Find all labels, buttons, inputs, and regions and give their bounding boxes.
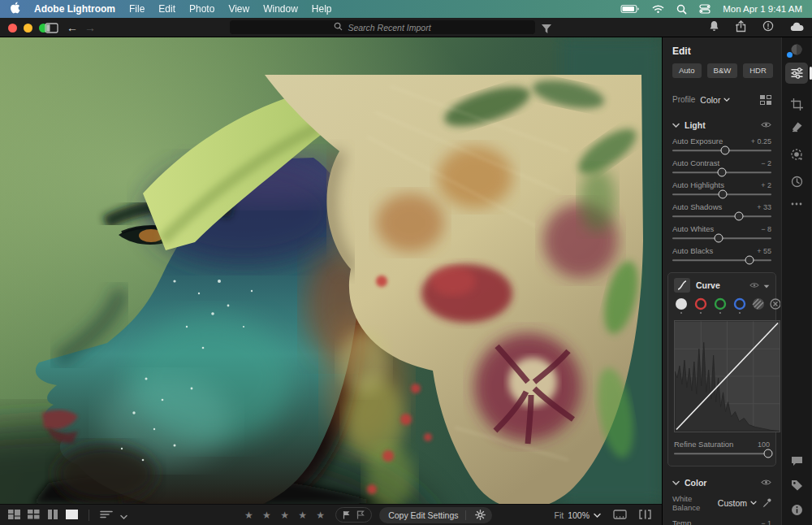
back-button[interactable]: ←	[67, 18, 78, 37]
menu-help[interactable]: Help	[312, 3, 332, 15]
eye-icon[interactable]	[761, 479, 771, 486]
share-icon[interactable]	[736, 20, 746, 36]
hdr-button[interactable]: HDR	[743, 63, 773, 78]
versions-history-icon[interactable]	[785, 171, 808, 192]
slider-label: Temp	[672, 518, 691, 525]
menu-window[interactable]: Window	[263, 3, 298, 15]
menu-app-name[interactable]: Adobe Lightroom	[34, 3, 115, 15]
battery-icon[interactable]	[620, 4, 640, 14]
copy-edit-settings-button[interactable]: Copy Edit Settings	[379, 507, 491, 523]
slider-auto-contrast: Auto Contrast− 2	[663, 157, 781, 179]
auto-button[interactable]: Auto	[672, 63, 702, 78]
search-icon	[334, 22, 343, 33]
profile-browser-icon[interactable]	[760, 95, 771, 105]
slider-track[interactable]	[672, 233, 771, 244]
eyedropper-icon[interactable]	[762, 498, 771, 508]
chevron-down-icon	[672, 480, 680, 485]
eye-icon[interactable]	[761, 121, 771, 128]
pick-flag-icon[interactable]	[343, 508, 351, 523]
keywords-tag-icon[interactable]	[785, 475, 808, 496]
slider-handle[interactable]	[720, 146, 729, 155]
wifi-icon[interactable]	[652, 4, 664, 14]
slider-track[interactable]	[672, 145, 771, 156]
reject-flag-icon[interactable]	[356, 508, 365, 523]
color-section-header[interactable]: Color	[663, 471, 781, 492]
copy-edit-settings-label: Copy Edit Settings	[388, 510, 458, 520]
slider-value: + 55	[757, 247, 771, 255]
gear-icon[interactable]	[473, 507, 489, 523]
eye-icon[interactable]	[749, 280, 759, 290]
filmstrip-toggle-icon[interactable]	[613, 508, 627, 523]
square-grid-view-icon[interactable]	[28, 508, 40, 523]
star-rating[interactable]: ★ ★ ★ ★ ★	[244, 510, 328, 521]
menu-file[interactable]: File	[129, 3, 145, 15]
slider-auto-whites: Auto Whites− 8	[663, 223, 781, 245]
crop-tool-icon[interactable]	[785, 93, 808, 115]
slider-handle[interactable]	[763, 449, 772, 458]
zoom-level-dropdown[interactable]: Fit 100%	[554, 510, 601, 520]
slider-label: Auto Shadows	[672, 202, 722, 211]
color-section-title: Color	[685, 478, 706, 488]
menu-edit[interactable]: Edit	[158, 3, 175, 15]
cloud-sync-status-icon[interactable]	[785, 39, 808, 60]
sidebar-toggle-icon[interactable]	[45, 22, 58, 37]
slider-handle[interactable]	[719, 190, 728, 199]
healing-brush-icon[interactable]	[785, 116, 808, 137]
before-after-view-icon[interactable]	[639, 508, 651, 523]
curve-reset-icon	[771, 299, 780, 309]
sort-icon[interactable]	[100, 508, 113, 523]
chevron-down-icon	[672, 123, 680, 128]
slider-label: Auto Contrast	[672, 158, 719, 167]
edit-tool-icon[interactable]	[785, 63, 808, 84]
profile-value: Color	[700, 95, 720, 105]
slider-track[interactable]	[672, 211, 771, 222]
slider-handle[interactable]	[718, 168, 727, 177]
slider-handle[interactable]	[715, 234, 723, 243]
menu-photo[interactable]: Photo	[189, 3, 214, 15]
menu-view[interactable]: View	[228, 3, 249, 15]
close-window-button[interactable]	[8, 24, 17, 33]
cloud-icon[interactable]	[790, 20, 804, 35]
more-options-icon[interactable]	[785, 193, 808, 215]
sync-alert-icon[interactable]	[762, 20, 774, 35]
filmstrip-toolbar: ★ ★ ★ ★ ★ Copy Edit Settings	[0, 504, 662, 525]
slider-label: Refine Saturation	[674, 440, 733, 449]
light-section-header[interactable]: Light	[663, 114, 781, 135]
slider-track[interactable]	[672, 189, 771, 200]
control-center-icon[interactable]	[699, 4, 710, 14]
forward-button[interactable]: →	[84, 18, 96, 37]
slider-handle[interactable]	[734, 212, 743, 221]
curve-section-title: Curve	[696, 280, 720, 290]
menu-clock[interactable]: Mon Apr 1 9:41 AM	[723, 4, 802, 14]
chevron-down-icon[interactable]	[763, 280, 770, 290]
minimize-window-button[interactable]	[24, 24, 32, 33]
sort-chevron-icon[interactable]	[120, 508, 127, 523]
notifications-bell-icon[interactable]	[709, 20, 719, 35]
curve-channel-selector[interactable]	[674, 297, 770, 316]
app-title-bar: ← → Search Recent Import	[0, 18, 812, 37]
window-controls	[8, 24, 48, 33]
photo-canvas[interactable]	[0, 37, 662, 504]
slider-track[interactable]	[672, 255, 771, 266]
photo-grid-view-icon[interactable]	[8, 508, 20, 523]
spotlight-search-icon[interactable]	[676, 4, 687, 15]
masking-tool-icon[interactable]	[785, 144, 808, 165]
slider-value: − 2	[761, 159, 771, 167]
search-input[interactable]: Search Recent Import	[230, 20, 535, 34]
bw-button[interactable]: B&W	[707, 63, 738, 78]
search-placeholder: Search Recent Import	[348, 23, 430, 33]
slider-track[interactable]	[674, 449, 770, 459]
detail-view-icon[interactable]	[66, 508, 78, 523]
compare-view-icon[interactable]	[47, 508, 58, 523]
info-icon[interactable]	[785, 499, 808, 520]
slider-handle[interactable]	[745, 256, 754, 265]
apple-menu-icon[interactable]	[10, 2, 20, 16]
curve-icon	[674, 278, 690, 293]
comments-icon[interactable]	[785, 450, 808, 471]
white-balance-dropdown[interactable]: Custom	[718, 498, 757, 508]
tone-curve-histogram[interactable]	[674, 320, 780, 432]
slider-auto-shadows: Auto Shadows+ 33	[663, 201, 781, 223]
profile-dropdown[interactable]: Color	[700, 95, 730, 105]
filter-icon[interactable]	[542, 23, 551, 37]
slider-track[interactable]	[672, 167, 771, 178]
